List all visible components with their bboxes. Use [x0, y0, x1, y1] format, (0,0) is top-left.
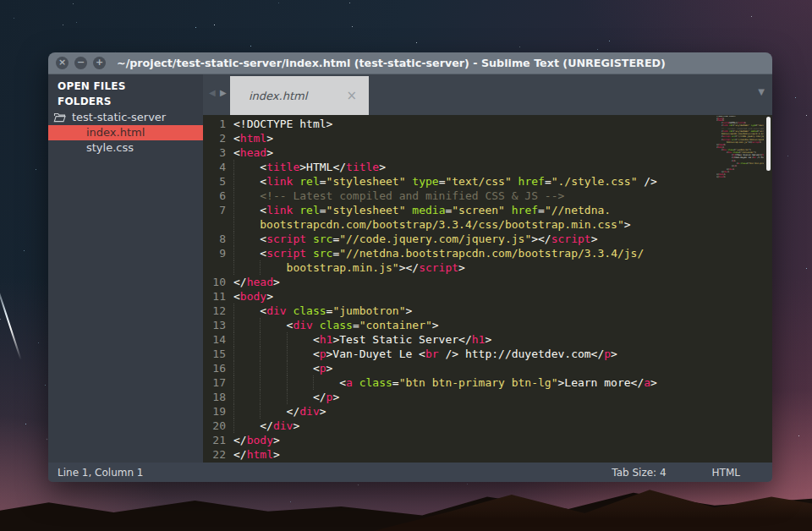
tab-size-indicator[interactable]: Tab Size: 4 — [612, 467, 666, 479]
overflow-menu-icon[interactable]: ▼ — [758, 87, 765, 96]
file-name: style.css — [86, 141, 134, 154]
close-button[interactable]: × — [56, 57, 69, 69]
line-number: 8 — [203, 232, 233, 246]
sidebar-file-style-css[interactable]: style.css — [48, 140, 203, 156]
minimize-button[interactable]: − — [74, 57, 87, 69]
line-number — [203, 217, 233, 232]
sublime-text-window: × − + ~/project/test-static-server/index… — [48, 52, 772, 482]
code-line: 13<div class="container"> — [203, 318, 772, 332]
tab-close-icon[interactable]: × — [346, 90, 357, 102]
code-line: 6<!-- Latest compiled and minified CSS &… — [203, 189, 772, 203]
title-bar[interactable]: × − + ~/project/test-static-server/index… — [48, 52, 772, 74]
line-number: 21 — [203, 433, 233, 447]
sidebar-file-index-html[interactable]: index.html — [48, 125, 203, 140]
tab-bar: ◀ ▶ index.html × ▼ — [203, 74, 772, 115]
code-line: 16<p> — [203, 361, 772, 375]
line-number: 14 — [203, 332, 233, 347]
line-number — [203, 260, 233, 275]
code-line: 18</p> — [203, 390, 772, 404]
tab-index-html[interactable]: index.html × — [230, 76, 369, 115]
line-number: 13 — [203, 318, 233, 332]
code-line: 10</head> — [203, 275, 772, 289]
line-number: 4 — [203, 160, 233, 174]
sidebar-folder-test-static-server[interactable]: test-static-server — [48, 109, 203, 125]
line-number: 10 — [203, 275, 233, 289]
line-number: 18 — [203, 390, 233, 404]
starfield — [0, 0, 1, 1]
code-line: 9<script src="//netdna.bootstrapcdn.com/… — [203, 246, 772, 260]
window-title: ~/project/test-static-server/index.html … — [117, 57, 666, 69]
code-line: 22</html> — [203, 447, 772, 462]
folder-name: test-static-server — [72, 111, 166, 123]
code-line: 5<link rel="stylesheet" type="text/css" … — [203, 174, 772, 189]
minimap[interactable]: <!DOCTYPE html><html><head><title>HTML</… — [716, 116, 764, 178]
line-number: 3 — [203, 145, 233, 160]
sidebar: OPEN FILES FOLDERS test-static-server in… — [48, 74, 203, 463]
line-number: 11 — [203, 289, 233, 304]
line-number: 5 — [203, 174, 233, 189]
line-number: 6 — [203, 189, 233, 203]
line-number: 9 — [203, 246, 233, 260]
scrollbar-thumb[interactable] — [766, 117, 771, 171]
line-number: 19 — [203, 404, 233, 419]
window-controls: × − + — [56, 57, 106, 69]
line-number: 2 — [203, 131, 233, 145]
code-line: 19</div> — [203, 404, 772, 419]
cursor-position: Line 1, Column 1 — [58, 467, 144, 479]
close-icon: × — [58, 57, 66, 68]
line-number: 20 — [203, 419, 233, 433]
desktop-background: × − + ~/project/test-static-server/index… — [0, 0, 812, 531]
code-line: 1<!DOCTYPE html> — [203, 117, 772, 131]
tab-scroll-left-icon[interactable]: ◀ — [209, 88, 216, 97]
code-line: 4<title>HTML</title> — [203, 160, 772, 174]
maximize-button[interactable]: + — [93, 57, 106, 69]
line-number: 1 — [203, 117, 233, 131]
line-number: 16 — [203, 361, 233, 375]
tab-label: index.html — [249, 90, 307, 102]
status-bar: Line 1, Column 1 Tab Size: 4 HTML — [48, 463, 772, 482]
file-name: index.html — [86, 126, 145, 139]
code-line: 8<script src="//code.jquery.com/jquery.j… — [203, 232, 772, 246]
code-line: bootstrap.min.js"></script> — [203, 260, 772, 275]
code-line: 17<a class="btn btn-primary btn-lg">Lear… — [203, 375, 772, 390]
code-line: 3<head> — [203, 145, 772, 160]
code-line: 21</body> — [203, 433, 772, 447]
code-line: </html> — [716, 177, 764, 179]
code-line: 11<body> — [203, 289, 772, 304]
code-area: 1<!DOCTYPE html>2<html>3<head>4<title>HT… — [203, 117, 772, 462]
line-number: 15 — [203, 347, 233, 361]
line-number: 22 — [203, 447, 233, 462]
code-line: 15<p>Van-Duyet Le <br /> http://duyetdev… — [203, 347, 772, 361]
code-line: 12<div class="jumbotron"> — [203, 304, 772, 318]
meteor-streak — [0, 282, 22, 360]
code-line: 2<html> — [203, 131, 772, 145]
code-line: 20</div> — [203, 419, 772, 433]
line-number: 7 — [203, 203, 233, 217]
folders-header[interactable]: FOLDERS — [48, 94, 203, 109]
line-number: 17 — [203, 375, 233, 390]
minimize-icon: − — [77, 57, 85, 68]
syntax-mode-indicator[interactable]: HTML — [712, 467, 740, 479]
code-line: bootstrapcdn.com/bootstrap/3.3.4/css/boo… — [203, 217, 772, 232]
maximize-icon: + — [96, 57, 103, 68]
open-files-header[interactable]: OPEN FILES — [48, 79, 203, 94]
code-editor[interactable]: 1<!DOCTYPE html>2<html>3<head>4<title>HT… — [203, 115, 772, 463]
tab-scroll-right-icon[interactable]: ▶ — [220, 88, 227, 97]
line-number: 12 — [203, 304, 233, 318]
folder-open-icon — [53, 112, 66, 123]
code-line: 14<h1>Test Static Server</h1> — [203, 332, 772, 347]
code-line: 7<link rel="stylesheet" media="screen" h… — [203, 203, 772, 217]
